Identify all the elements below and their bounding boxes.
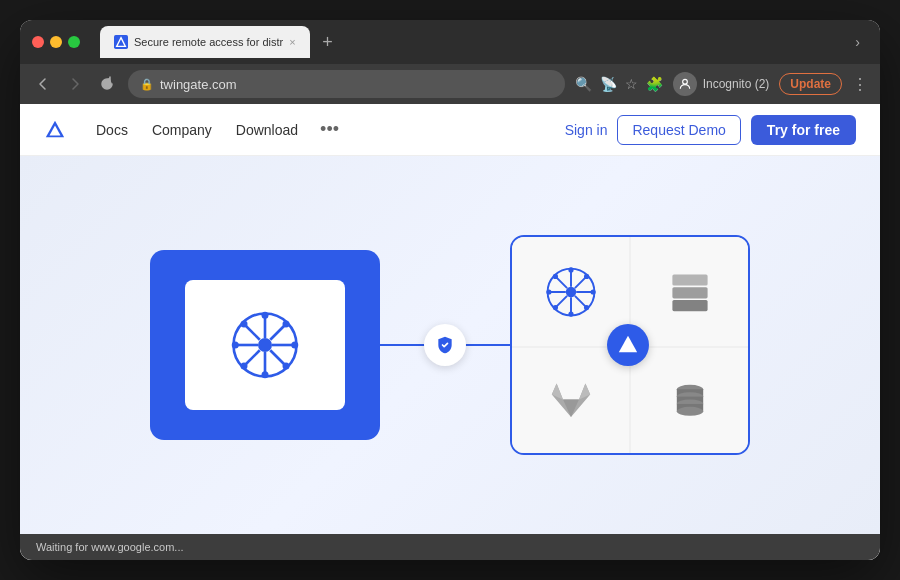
- window-controls: [32, 36, 80, 48]
- tab-title: Secure remote access for distr: [134, 36, 283, 48]
- nav-download[interactable]: Download: [226, 116, 308, 144]
- gitlab-icon: [547, 377, 595, 425]
- close-dot[interactable]: [32, 36, 44, 48]
- shield-check-icon: [435, 335, 455, 355]
- incognito-badge[interactable]: Incognito (2): [673, 72, 770, 96]
- aws-cell: [631, 237, 748, 346]
- svg-point-6: [258, 338, 272, 352]
- lock-icon: 🔒: [140, 78, 154, 91]
- svg-point-33: [568, 267, 573, 272]
- svg-point-18: [291, 342, 298, 349]
- url-text: twingate.com: [160, 77, 237, 92]
- browser-menu-button[interactable]: ⋮: [852, 75, 868, 94]
- svg-point-17: [232, 342, 239, 349]
- minimize-dot[interactable]: [50, 36, 62, 48]
- kubernetes-service-icon: [545, 266, 597, 318]
- address-icons: 🔍 📡 ☆ 🧩: [575, 76, 663, 92]
- nav-more-button[interactable]: •••: [312, 115, 347, 144]
- svg-point-38: [584, 305, 589, 310]
- svg-point-16: [262, 371, 269, 378]
- left-client-card: [150, 250, 380, 440]
- incognito-label: Incognito (2): [703, 77, 770, 91]
- url-bar[interactable]: 🔒 twingate.com: [128, 70, 565, 98]
- tab-more-button[interactable]: ›: [847, 30, 868, 54]
- diagram-container: [150, 235, 750, 455]
- svg-point-51: [676, 406, 702, 415]
- twingate-logo-icon: [44, 119, 66, 141]
- extensions-icon[interactable]: 🧩: [646, 76, 663, 92]
- incognito-avatar: [673, 72, 697, 96]
- nav-actions: Sign in Request Demo Try for free: [565, 115, 856, 145]
- search-icon[interactable]: 🔍: [575, 76, 592, 92]
- database-icon: [668, 379, 712, 423]
- laptop-screen: [185, 280, 345, 410]
- connection-line: [380, 320, 510, 370]
- update-button[interactable]: Update: [779, 73, 842, 95]
- shield-badge: [424, 324, 466, 366]
- svg-rect-43: [672, 287, 707, 298]
- nav-docs[interactable]: Docs: [86, 116, 138, 144]
- svg-rect-42: [672, 274, 707, 285]
- svg-point-36: [590, 289, 595, 294]
- status-bar: Waiting for www.google.com...: [20, 534, 880, 560]
- request-demo-button[interactable]: Request Demo: [617, 115, 740, 145]
- aws-icon: [666, 268, 714, 316]
- site-logo[interactable]: [44, 119, 66, 141]
- nav-links: Docs Company Download •••: [86, 115, 565, 144]
- svg-point-21: [283, 321, 290, 328]
- svg-point-35: [546, 289, 551, 294]
- svg-point-24: [565, 286, 575, 296]
- svg-point-22: [241, 363, 248, 370]
- svg-point-2: [682, 79, 687, 84]
- hero-area: [20, 156, 880, 534]
- tab-close-button[interactable]: ×: [289, 36, 295, 48]
- forward-button[interactable]: [64, 76, 86, 92]
- svg-point-15: [262, 312, 269, 319]
- status-text: Waiting for www.google.com...: [36, 541, 184, 553]
- tabs-area: Secure remote access for distr × + ›: [100, 26, 868, 58]
- address-bar: 🔒 twingate.com 🔍 📡 ☆ 🧩 Incognito (2) Upd…: [20, 64, 880, 104]
- svg-rect-44: [672, 300, 707, 311]
- right-services-panel: [510, 235, 750, 455]
- svg-point-39: [584, 273, 589, 278]
- maximize-dot[interactable]: [68, 36, 80, 48]
- bookmark-icon[interactable]: ☆: [625, 76, 638, 92]
- page-content: Docs Company Download ••• Sign in Reques…: [20, 104, 880, 560]
- sign-in-link[interactable]: Sign in: [565, 122, 608, 138]
- new-tab-button[interactable]: +: [314, 28, 342, 56]
- twingate-badge-icon: [617, 334, 639, 356]
- gitlab-cell: [512, 348, 629, 453]
- site-navbar: Docs Company Download ••• Sign in Reques…: [20, 104, 880, 156]
- twingate-overlay-badge: [607, 324, 649, 366]
- try-for-free-button[interactable]: Try for free: [751, 115, 856, 145]
- browser-window: Secure remote access for distr × + › 🔒 t…: [20, 20, 880, 560]
- kubernetes-cell: [512, 237, 629, 346]
- svg-point-37: [552, 273, 557, 278]
- back-button[interactable]: [32, 76, 54, 92]
- svg-point-19: [241, 321, 248, 328]
- svg-point-20: [283, 363, 290, 370]
- svg-marker-41: [619, 336, 637, 353]
- database-cell: [631, 348, 748, 453]
- svg-point-34: [568, 311, 573, 316]
- title-bar: Secure remote access for distr × + ›: [20, 20, 880, 64]
- tab-favicon-icon: [114, 35, 128, 49]
- cast-icon[interactable]: 📡: [600, 76, 617, 92]
- active-tab[interactable]: Secure remote access for distr ×: [100, 26, 310, 58]
- nav-company[interactable]: Company: [142, 116, 222, 144]
- reload-button[interactable]: [96, 76, 118, 92]
- kubernetes-icon: [230, 310, 300, 380]
- svg-point-40: [552, 305, 557, 310]
